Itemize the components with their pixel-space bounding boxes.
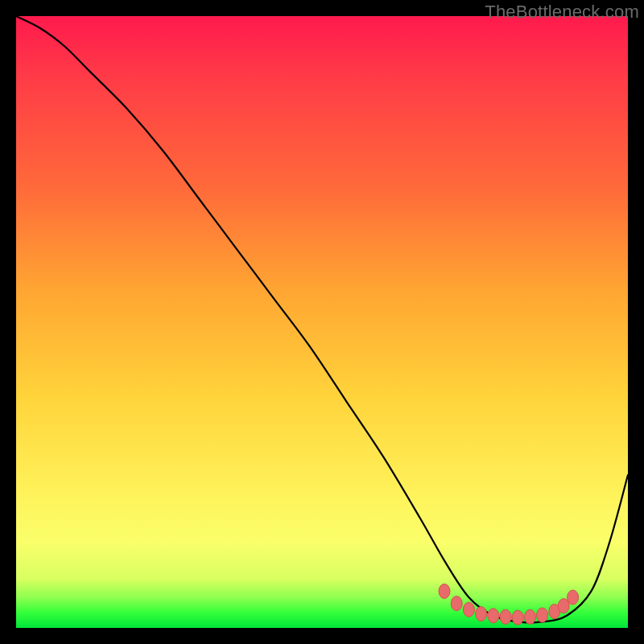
watermark-text: TheBottleneck.com bbox=[485, 2, 639, 23]
bottom-cluster-markers bbox=[439, 584, 579, 625]
marker-point bbox=[537, 608, 548, 622]
bottleneck-curve bbox=[16, 16, 628, 622]
chart-svg bbox=[16, 16, 628, 628]
marker-point bbox=[524, 609, 535, 624]
marker-point bbox=[500, 609, 511, 624]
marker-point bbox=[476, 607, 487, 621]
marker-point bbox=[512, 610, 523, 625]
marker-point bbox=[439, 584, 450, 598]
chart-frame bbox=[16, 16, 628, 628]
marker-point bbox=[568, 590, 579, 605]
marker-point bbox=[488, 609, 499, 623]
marker-point bbox=[451, 597, 462, 611]
marker-point bbox=[463, 602, 474, 617]
